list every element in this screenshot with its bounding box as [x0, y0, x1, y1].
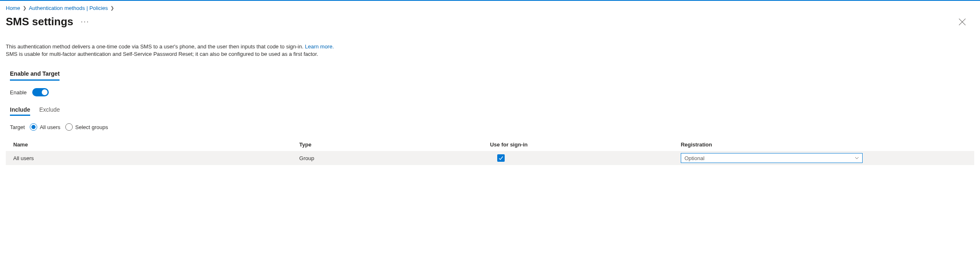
target-label: Target	[10, 124, 25, 130]
col-registration: Registration	[681, 141, 967, 148]
radio-select-groups-label: Select groups	[75, 124, 108, 130]
learn-more-link[interactable]: Learn more.	[305, 43, 334, 50]
breadcrumb: Home ❯ Authentication methods | Policies…	[6, 5, 974, 11]
page-title: SMS settings	[6, 15, 73, 28]
table-row: All users Group Optional	[6, 151, 974, 165]
registration-select-value: Optional	[684, 155, 704, 161]
radio-all-users[interactable]: All users	[30, 123, 60, 131]
cell-name: All users	[13, 155, 299, 161]
radio-select-groups[interactable]: Select groups	[65, 123, 108, 131]
close-icon[interactable]	[959, 18, 974, 26]
col-name: Name	[13, 141, 299, 148]
use-for-signin-checkbox[interactable]	[497, 154, 505, 162]
cell-type: Group	[299, 155, 490, 161]
check-icon	[498, 156, 503, 161]
enable-label: Enable	[10, 89, 26, 96]
chevron-right-icon: ❯	[110, 5, 114, 11]
tab-include[interactable]: Include	[10, 106, 30, 116]
registration-select[interactable]: Optional	[681, 153, 863, 163]
breadcrumb-policies[interactable]: Authentication methods | Policies	[29, 5, 108, 11]
breadcrumb-home[interactable]: Home	[6, 5, 20, 11]
chevron-right-icon: ❯	[23, 5, 26, 11]
tab-enable-and-target[interactable]: Enable and Target	[10, 70, 60, 81]
col-signin: Use for sign-in	[490, 141, 680, 148]
tab-exclude[interactable]: Exclude	[39, 106, 60, 116]
description-text: This authentication method delivers a on…	[6, 43, 974, 58]
enable-toggle[interactable]	[32, 88, 49, 96]
chevron-down-icon	[855, 155, 859, 161]
radio-all-users-label: All users	[40, 124, 60, 130]
col-type: Type	[299, 141, 490, 148]
more-actions-button[interactable]: ···	[81, 17, 89, 26]
targets-table: Name Type Use for sign-in Registration A…	[6, 138, 974, 165]
